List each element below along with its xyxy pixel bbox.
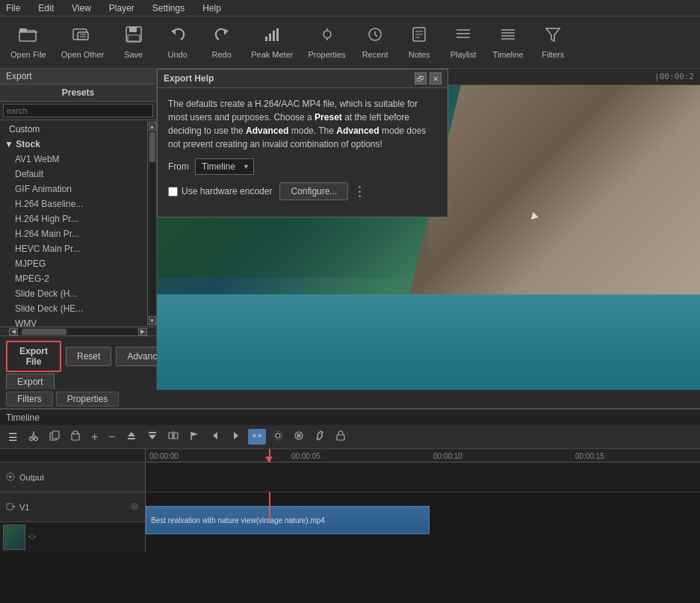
preset-slidedeck-h[interactable]: Slide Deck (H...: [0, 286, 147, 301]
svg-rect-43: [174, 433, 178, 439]
tl-chain-btn[interactable]: [311, 429, 329, 445]
export-tab[interactable]: Export: [6, 374, 55, 389]
from-select[interactable]: Timeline: [195, 158, 254, 175]
tl-ripple-btn[interactable]: [269, 429, 287, 445]
menu-settings[interactable]: Settings: [149, 3, 188, 13]
playhead[interactable]: [269, 492, 270, 522]
menu-file[interactable]: File: [3, 3, 23, 13]
configure-button[interactable]: Configure...: [279, 182, 348, 200]
dialog-restore-button[interactable]: 🗗: [415, 72, 427, 84]
tl-next-btn[interactable]: [227, 429, 245, 445]
timeline-title: Timeline: [6, 412, 40, 423]
preset-gif-animation[interactable]: GIF Animation: [0, 182, 147, 197]
hw-encoder-label[interactable]: Use hardware encoder: [168, 186, 272, 197]
tl-record-btn[interactable]: [290, 429, 308, 445]
hw-encoder-row: Use hardware encoder Configure...: [168, 182, 437, 200]
open-other-button[interactable]: Open Other: [55, 20, 110, 65]
properties-tab-button[interactable]: Properties: [56, 392, 120, 406]
preset-av1-webm[interactable]: AV1 WebM: [0, 152, 147, 167]
playlist-icon: [454, 26, 472, 47]
menu-player[interactable]: Player: [106, 3, 137, 13]
playlist-button[interactable]: Playlist: [443, 20, 484, 65]
tl-overwrite-btn[interactable]: [143, 429, 161, 445]
svg-marker-40: [149, 435, 156, 439]
tl-snap-btn[interactable]: [248, 429, 266, 445]
preset-mpeg2[interactable]: MPEG-2: [0, 271, 147, 286]
svg-rect-6: [128, 35, 140, 41]
peak-meter-label: Peak Meter: [251, 50, 293, 59]
playhead-triangle: [265, 457, 273, 463]
filters-button[interactable]: Filters: [533, 20, 574, 65]
presets-scrollbar[interactable]: ▲ ▼: [147, 120, 156, 327]
notes-button[interactable]: Notes: [399, 20, 440, 65]
toolbar: Open File Open Other Save Undo Redo Peak…: [0, 16, 700, 69]
v1-track-content: Best realxation with nature view(vintage…: [146, 492, 700, 522]
open-other-icon: [72, 26, 92, 47]
presets-hscrollbar[interactable]: ◀ ▶: [0, 327, 156, 335]
scroll-track[interactable]: [149, 132, 155, 315]
undo-button[interactable]: Undo: [157, 20, 198, 65]
tl-prev-btn[interactable]: [206, 429, 224, 445]
timeline-toolbar: ☰ + −: [0, 425, 700, 449]
search-input[interactable]: [3, 104, 153, 117]
preset-custom[interactable]: Custom: [0, 122, 147, 137]
tl-lift-btn[interactable]: [123, 429, 140, 445]
tl-menu-btn[interactable]: ☰: [4, 430, 22, 445]
from-row: From Timeline: [168, 158, 437, 175]
preset-h264-baseline[interactable]: H.264 Baseline...: [0, 197, 147, 211]
dialog-close-button[interactable]: ✕: [430, 72, 442, 84]
hw-encoder-text: Use hardware encoder: [182, 186, 272, 197]
export-file-button[interactable]: Export File: [6, 341, 61, 372]
save-button[interactable]: Save: [113, 20, 154, 65]
scroll-track-h[interactable]: [18, 329, 138, 335]
tl-copy-btn[interactable]: [46, 429, 64, 445]
time-mark-1: 00:00:05: [291, 452, 320, 460]
timeline-button[interactable]: Timeline: [487, 20, 530, 65]
open-file-button[interactable]: Open File: [4, 20, 52, 65]
timeline-icon: [499, 26, 517, 47]
open-other-label: Open Other: [61, 50, 104, 59]
preset-mjpeg[interactable]: MJPEG: [0, 256, 147, 271]
save-label: Save: [124, 50, 143, 59]
preset-slidedeck-he[interactable]: Slide Deck (HE...: [0, 301, 147, 316]
preset-h264-main[interactable]: H.264 Main Pr...: [0, 226, 147, 241]
redo-button[interactable]: Redo: [201, 20, 242, 65]
recent-button[interactable]: Recent: [355, 20, 396, 65]
tl-flag-btn[interactable]: [185, 429, 203, 445]
peak-meter-button[interactable]: Peak Meter: [245, 20, 299, 65]
menu-view[interactable]: View: [69, 3, 94, 13]
svg-point-13: [323, 31, 331, 38]
tl-add-btn[interactable]: +: [87, 429, 102, 445]
scroll-up-arrow[interactable]: ▲: [149, 122, 156, 131]
preset-hevc-main[interactable]: HEVC Main Pr...: [0, 241, 147, 256]
scroll-down-arrow[interactable]: ▼: [149, 316, 156, 325]
video-clip[interactable]: Best realxation with nature view(vintage…: [146, 506, 430, 534]
menu-edit[interactable]: Edit: [35, 3, 57, 13]
scroll-right-arrow[interactable]: ▶: [138, 328, 147, 335]
preset-default[interactable]: Default: [0, 167, 147, 182]
dialog-title-bar: Export Help 🗗 ✕: [158, 69, 447, 88]
preset-wmv[interactable]: WMV: [0, 316, 147, 327]
timeline-label: Timeline: [493, 50, 524, 59]
scroll-thumb[interactable]: [149, 132, 155, 162]
preset-h264-high[interactable]: H.264 High Pr...: [0, 211, 147, 226]
menu-help[interactable]: Help: [199, 3, 224, 13]
recent-icon: [366, 26, 384, 47]
tl-paste-btn[interactable]: [66, 429, 84, 445]
from-select-wrap[interactable]: Timeline: [195, 158, 254, 175]
timecode-ruler: 00:00:00 00:00:05 00:00:10 00:00:15: [146, 449, 700, 463]
tl-cut-btn[interactable]: [25, 429, 43, 445]
export-tab-row: Export: [0, 377, 156, 390]
hw-encoder-checkbox[interactable]: [168, 187, 178, 197]
svg-marker-38: [128, 432, 135, 436]
reset-button[interactable]: Reset: [66, 347, 111, 366]
preset-group-stock[interactable]: ▼ Stock: [0, 137, 147, 152]
filters-tab-button[interactable]: Filters: [6, 392, 53, 406]
scroll-thumb-h[interactable]: [22, 329, 66, 335]
tl-split-btn[interactable]: [164, 429, 182, 445]
tl-remove-btn[interactable]: −: [105, 429, 119, 445]
time-mark-0: 00:00:00: [149, 452, 179, 460]
scroll-left-arrow[interactable]: ◀: [9, 328, 18, 335]
tl-lock-btn[interactable]: [332, 429, 350, 445]
properties-button[interactable]: Properties: [302, 20, 351, 65]
